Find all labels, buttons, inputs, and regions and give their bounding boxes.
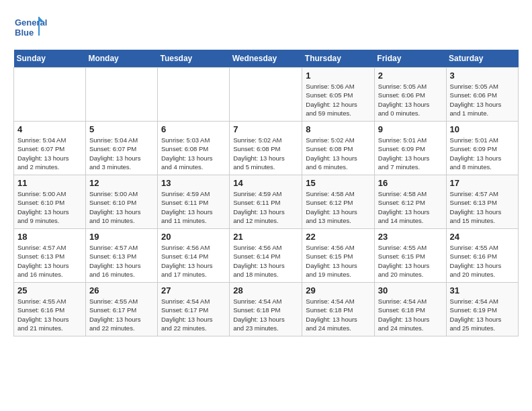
day-number: 10 bbox=[450, 124, 515, 134]
day-number: 21 bbox=[233, 232, 298, 242]
day-info: Sunrise: 5:06 AM Sunset: 6:05 PM Dayligh… bbox=[306, 82, 371, 118]
day-number: 3 bbox=[450, 71, 515, 81]
calendar-cell: 8Sunrise: 5:02 AM Sunset: 6:08 PM Daylig… bbox=[302, 122, 375, 175]
calendar-cell: 27Sunrise: 4:54 AM Sunset: 6:17 PM Dayli… bbox=[157, 283, 229, 336]
day-number: 19 bbox=[89, 232, 154, 242]
day-number: 26 bbox=[89, 285, 154, 295]
calendar-cell bbox=[14, 68, 86, 122]
day-of-week-header: Thursday bbox=[302, 50, 375, 68]
calendar-cell: 31Sunrise: 4:54 AM Sunset: 6:19 PM Dayli… bbox=[446, 283, 518, 336]
calendar-cell: 5Sunrise: 5:04 AM Sunset: 6:07 PM Daylig… bbox=[85, 122, 157, 175]
day-of-week-header: Sunday bbox=[14, 50, 86, 68]
day-info: Sunrise: 5:00 AM Sunset: 6:10 PM Dayligh… bbox=[17, 189, 82, 225]
day-info: Sunrise: 4:57 AM Sunset: 6:13 PM Dayligh… bbox=[89, 243, 154, 279]
day-info: Sunrise: 4:56 AM Sunset: 6:15 PM Dayligh… bbox=[306, 243, 371, 279]
day-info: Sunrise: 4:54 AM Sunset: 6:17 PM Dayligh… bbox=[161, 297, 226, 332]
calendar-week-row: 1Sunrise: 5:06 AM Sunset: 6:05 PM Daylig… bbox=[14, 68, 519, 122]
day-info: Sunrise: 4:55 AM Sunset: 6:16 PM Dayligh… bbox=[17, 297, 82, 332]
day-of-week-header: Wednesday bbox=[230, 50, 302, 68]
day-number: 16 bbox=[378, 178, 443, 188]
day-info: Sunrise: 4:55 AM Sunset: 6:17 PM Dayligh… bbox=[89, 297, 154, 332]
calendar-header-row: SundayMondayTuesdayWednesdayThursdayFrid… bbox=[14, 50, 519, 68]
calendar-week-row: 25Sunrise: 4:55 AM Sunset: 6:16 PM Dayli… bbox=[14, 283, 519, 336]
day-info: Sunrise: 5:04 AM Sunset: 6:07 PM Dayligh… bbox=[17, 136, 82, 171]
calendar-cell: 30Sunrise: 4:54 AM Sunset: 6:18 PM Dayli… bbox=[374, 283, 446, 336]
calendar-cell bbox=[157, 68, 229, 122]
day-info: Sunrise: 5:02 AM Sunset: 6:08 PM Dayligh… bbox=[233, 136, 298, 171]
day-info: Sunrise: 5:05 AM Sunset: 6:06 PM Dayligh… bbox=[450, 82, 515, 118]
day-info: Sunrise: 4:55 AM Sunset: 6:16 PM Dayligh… bbox=[450, 243, 515, 279]
calendar-cell: 9Sunrise: 5:01 AM Sunset: 6:09 PM Daylig… bbox=[374, 122, 446, 175]
calendar-cell: 19Sunrise: 4:57 AM Sunset: 6:13 PM Dayli… bbox=[85, 229, 157, 283]
day-info: Sunrise: 5:00 AM Sunset: 6:10 PM Dayligh… bbox=[89, 189, 154, 225]
day-of-week-header: Monday bbox=[85, 50, 157, 68]
day-number: 24 bbox=[450, 232, 515, 242]
calendar-cell: 25Sunrise: 4:55 AM Sunset: 6:16 PM Dayli… bbox=[14, 283, 86, 336]
svg-text:General: General bbox=[15, 17, 47, 28]
day-info: Sunrise: 4:58 AM Sunset: 6:12 PM Dayligh… bbox=[306, 189, 371, 225]
logo-svg: General Blue bbox=[13, 13, 47, 43]
day-info: Sunrise: 4:54 AM Sunset: 6:18 PM Dayligh… bbox=[306, 297, 371, 332]
day-number: 5 bbox=[89, 124, 154, 134]
calendar-cell: 21Sunrise: 4:56 AM Sunset: 6:14 PM Dayli… bbox=[230, 229, 302, 283]
day-number: 13 bbox=[161, 178, 226, 188]
day-number: 31 bbox=[450, 285, 515, 295]
calendar-cell: 18Sunrise: 4:57 AM Sunset: 6:13 PM Dayli… bbox=[14, 229, 86, 283]
calendar-cell: 3Sunrise: 5:05 AM Sunset: 6:06 PM Daylig… bbox=[446, 68, 518, 122]
calendar-cell: 16Sunrise: 4:58 AM Sunset: 6:12 PM Dayli… bbox=[374, 175, 446, 229]
day-info: Sunrise: 4:59 AM Sunset: 6:11 PM Dayligh… bbox=[233, 189, 298, 225]
calendar-cell bbox=[85, 68, 157, 122]
day-info: Sunrise: 4:59 AM Sunset: 6:11 PM Dayligh… bbox=[161, 189, 226, 225]
calendar-cell: 1Sunrise: 5:06 AM Sunset: 6:05 PM Daylig… bbox=[302, 68, 375, 122]
day-number: 4 bbox=[17, 124, 82, 134]
day-number: 30 bbox=[378, 285, 443, 295]
day-number: 7 bbox=[233, 124, 298, 134]
calendar-table: SundayMondayTuesdayWednesdayThursdayFrid… bbox=[13, 50, 519, 336]
day-info: Sunrise: 5:05 AM Sunset: 6:06 PM Dayligh… bbox=[378, 82, 443, 118]
calendar-cell: 7Sunrise: 5:02 AM Sunset: 6:08 PM Daylig… bbox=[230, 122, 302, 175]
calendar-cell: 10Sunrise: 5:01 AM Sunset: 6:09 PM Dayli… bbox=[446, 122, 518, 175]
day-info: Sunrise: 4:55 AM Sunset: 6:15 PM Dayligh… bbox=[378, 243, 443, 279]
day-info: Sunrise: 5:01 AM Sunset: 6:09 PM Dayligh… bbox=[378, 136, 443, 171]
day-info: Sunrise: 5:01 AM Sunset: 6:09 PM Dayligh… bbox=[450, 136, 515, 171]
day-number: 20 bbox=[161, 232, 226, 242]
svg-text:Blue: Blue bbox=[15, 28, 34, 38]
day-number: 29 bbox=[306, 285, 371, 295]
day-number: 25 bbox=[17, 285, 82, 295]
calendar-cell: 11Sunrise: 5:00 AM Sunset: 6:10 PM Dayli… bbox=[14, 175, 86, 229]
calendar-cell: 13Sunrise: 4:59 AM Sunset: 6:11 PM Dayli… bbox=[157, 175, 229, 229]
calendar-week-row: 18Sunrise: 4:57 AM Sunset: 6:13 PM Dayli… bbox=[14, 229, 519, 283]
day-number: 11 bbox=[17, 178, 82, 188]
calendar-cell: 20Sunrise: 4:56 AM Sunset: 6:14 PM Dayli… bbox=[157, 229, 229, 283]
day-number: 9 bbox=[378, 124, 443, 134]
page-header: General Blue bbox=[13, 13, 519, 43]
calendar-cell: 22Sunrise: 4:56 AM Sunset: 6:15 PM Dayli… bbox=[302, 229, 375, 283]
calendar-cell: 14Sunrise: 4:59 AM Sunset: 6:11 PM Dayli… bbox=[230, 175, 302, 229]
calendar-cell: 17Sunrise: 4:57 AM Sunset: 6:13 PM Dayli… bbox=[446, 175, 518, 229]
calendar-cell: 23Sunrise: 4:55 AM Sunset: 6:15 PM Dayli… bbox=[374, 229, 446, 283]
day-info: Sunrise: 4:57 AM Sunset: 6:13 PM Dayligh… bbox=[450, 189, 515, 225]
calendar-cell bbox=[230, 68, 302, 122]
calendar-cell: 24Sunrise: 4:55 AM Sunset: 6:16 PM Dayli… bbox=[446, 229, 518, 283]
day-of-week-header: Saturday bbox=[446, 50, 518, 68]
day-info: Sunrise: 4:54 AM Sunset: 6:18 PM Dayligh… bbox=[378, 297, 443, 332]
day-number: 18 bbox=[17, 232, 82, 242]
day-info: Sunrise: 5:03 AM Sunset: 6:08 PM Dayligh… bbox=[161, 136, 226, 171]
day-info: Sunrise: 5:02 AM Sunset: 6:08 PM Dayligh… bbox=[306, 136, 371, 171]
day-number: 14 bbox=[233, 178, 298, 188]
calendar-cell: 6Sunrise: 5:03 AM Sunset: 6:08 PM Daylig… bbox=[157, 122, 229, 175]
calendar-week-row: 11Sunrise: 5:00 AM Sunset: 6:10 PM Dayli… bbox=[14, 175, 519, 229]
day-number: 28 bbox=[233, 285, 298, 295]
day-number: 15 bbox=[306, 178, 371, 188]
day-info: Sunrise: 4:56 AM Sunset: 6:14 PM Dayligh… bbox=[233, 243, 298, 279]
day-number: 22 bbox=[306, 232, 371, 242]
day-info: Sunrise: 4:56 AM Sunset: 6:14 PM Dayligh… bbox=[161, 243, 226, 279]
calendar-cell: 26Sunrise: 4:55 AM Sunset: 6:17 PM Dayli… bbox=[85, 283, 157, 336]
day-number: 12 bbox=[89, 178, 154, 188]
day-info: Sunrise: 4:57 AM Sunset: 6:13 PM Dayligh… bbox=[17, 243, 82, 279]
calendar-cell: 2Sunrise: 5:05 AM Sunset: 6:06 PM Daylig… bbox=[374, 68, 446, 122]
day-number: 2 bbox=[378, 71, 443, 81]
day-info: Sunrise: 4:54 AM Sunset: 6:18 PM Dayligh… bbox=[233, 297, 298, 332]
day-number: 1 bbox=[306, 71, 371, 81]
day-number: 6 bbox=[161, 124, 226, 134]
